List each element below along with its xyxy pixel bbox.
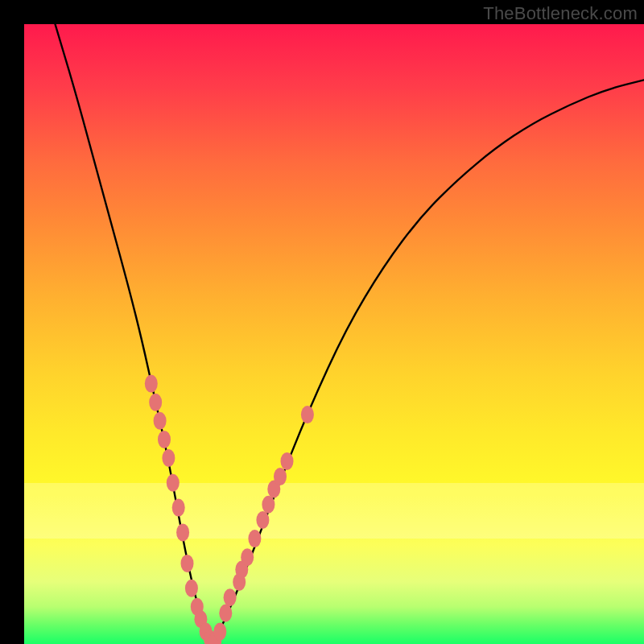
bottleneck-curve <box>56 24 645 637</box>
watermark-text: TheBottleneck.com <box>483 3 638 24</box>
data-marker <box>219 605 232 622</box>
curve-layer <box>24 24 644 644</box>
data-marker <box>274 468 287 485</box>
data-marker <box>262 496 275 514</box>
data-marker <box>301 406 314 423</box>
data-marker <box>158 431 171 448</box>
data-marker <box>172 499 185 517</box>
data-marker <box>281 452 294 470</box>
data-marker <box>167 474 180 492</box>
data-marker <box>241 548 254 566</box>
marker-group <box>145 375 314 644</box>
data-marker <box>224 588 237 606</box>
data-marker <box>154 412 167 430</box>
data-marker <box>145 375 158 393</box>
data-marker <box>149 394 162 411</box>
data-marker <box>185 580 198 597</box>
data-marker <box>176 523 189 541</box>
data-marker <box>162 449 175 467</box>
data-marker <box>213 623 226 641</box>
data-marker <box>181 555 194 572</box>
data-marker <box>248 530 261 547</box>
chart-frame: TheBottleneck.com <box>0 0 644 644</box>
plot-area <box>24 24 644 644</box>
data-marker <box>256 511 269 529</box>
